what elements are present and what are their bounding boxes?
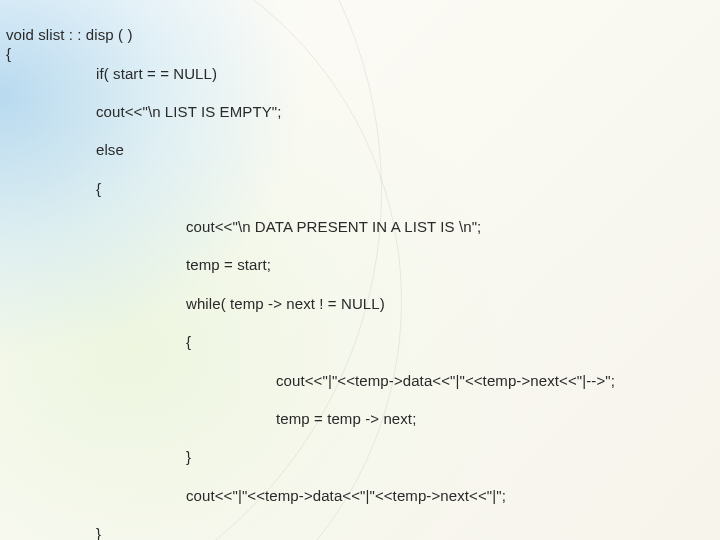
code-line: cout<<"|"<<temp->data<<"|"<<temp->next<<… <box>6 371 714 390</box>
code-line: void slist : : disp ( ) <box>6 26 133 43</box>
slide-background: void slist : : disp ( ) { if( start = = … <box>0 0 720 540</box>
code-line: temp = temp -> next; <box>6 409 714 428</box>
code-line: } <box>6 524 714 540</box>
code-line: cout<<"|"<<temp->data<<"|"<<temp->next<<… <box>6 486 714 505</box>
code-line: } <box>6 447 714 466</box>
code-line: else <box>6 140 714 159</box>
code-line: { <box>6 45 11 62</box>
code-line: if( start = = NULL) <box>6 64 714 83</box>
code-line: { <box>6 179 714 198</box>
code-line: temp = start; <box>6 255 714 274</box>
code-line: cout<<"\n DATA PRESENT IN A LIST IS \n"; <box>6 217 714 236</box>
code-line: { <box>6 332 714 351</box>
code-line: while( temp -> next ! = NULL) <box>6 294 714 313</box>
code-block: void slist : : disp ( ) { if( start = = … <box>6 6 714 540</box>
code-line: cout<<"\n LIST IS EMPTY"; <box>6 102 714 121</box>
